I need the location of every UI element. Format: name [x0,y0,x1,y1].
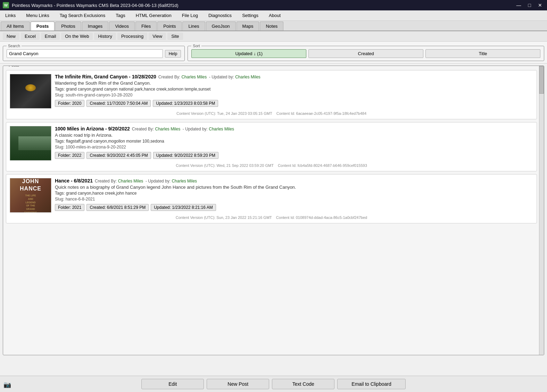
post-2-folder: Folder: 2022 [55,152,84,159]
post-thumbnail-3: BRADMURPHY JOHNHANCE THE LIFEANDLEGENDOF… [10,178,51,213]
menu-html-generation[interactable]: HTML Generation [131,11,177,20]
menu-about[interactable]: About [264,11,286,20]
post-2-created: Created: 9/20/2022 4:45:05 PM [86,152,151,159]
tab-photos[interactable]: Photos [55,22,81,31]
search-legend: Search [7,44,22,48]
post-3-folder: Folder: 2021 [55,204,84,211]
sort-title-button[interactable]: Title [425,49,540,58]
app-logo: W [3,2,9,8]
title-bar-title: Pointless Waymarks - Pointless Waymarks … [12,3,179,8]
maximize-button[interactable]: □ [526,2,533,9]
post-2-version: Content Version (UTC): Wed, 21 Sep 2022 … [10,163,533,168]
post-1-updated: Updated: 1/23/2023 8:03:58 PM [153,100,218,107]
tab-points[interactable]: Points [157,22,182,31]
post-2-updated-by: Charles Miles [209,127,234,131]
post-card-1[interactable]: The Infinite Rim, Grand Canyon - 10/28/2… [6,70,537,119]
sort-updated-button[interactable]: Updated ↓ (1) [191,49,306,58]
post-2-description: A classic road trip in Arizona. [55,133,533,138]
post-3-created: Created: 6/8/2021 8:51:29 PM [86,204,149,211]
post-3-version: Content Version (UTC): Sun, 23 Jan 2022 … [10,215,533,220]
post-1-tags: Tags: grand canyon,grand canyon national… [55,87,533,92]
post-1-folder: Folder: 2020 [55,100,84,107]
menu-tag-search-exclusions[interactable]: Tag Search Exclusions [55,11,111,20]
toolbar-view[interactable]: View [149,33,166,40]
toolbar-on-the-web[interactable]: On the Web [61,33,93,40]
toolbar-new[interactable]: New [3,33,19,40]
menu-bar: Links Menu Links Tag Search Exclusions T… [0,10,547,21]
post-2-updated: Updated: 9/20/2022 8:59:20 PM [153,152,218,159]
post-1-authors: Created By: Charles Miles - Updated by: … [158,75,260,79]
post-3-updated: Updated: 1/23/2022 8:21:16 AM [151,204,216,211]
sort-fieldset: Sort Updated ↓ (1) Created Title [188,44,544,61]
tab-lines[interactable]: Lines [182,22,205,31]
search-input[interactable] [7,49,163,58]
text-code-button[interactable]: Text Code [272,379,334,389]
post-3-created-by: Charles Miles [118,179,143,184]
tab-maps[interactable]: Maps [237,22,259,31]
post-thumbnail-1 [10,74,51,109]
menu-settings[interactable]: Settings [237,11,264,20]
post-1-description: Wandering the South Rim of the Grand Can… [55,80,533,86]
new-post-button[interactable]: New Post [207,379,269,389]
scrollbar-thumb[interactable] [539,66,544,94]
camera-icon: 📷 [3,381,11,389]
post-1-slug: Slug: south-rim-grand-canyon-10-28-2020 [55,93,533,97]
edit-button[interactable]: Edit [141,379,204,389]
toolbar-history[interactable]: History [94,33,116,40]
tab-all-items[interactable]: All Items [1,22,30,31]
sort-legend: Sort [191,44,201,48]
tab-notes[interactable]: Notes [260,22,283,31]
post-3-slug: Slug: hance-6-8-2021 [55,197,533,202]
menu-links[interactable]: Links [0,11,21,20]
post-1-updated-by: Charles Miles [235,75,260,79]
post-card-2[interactable]: 1000 Miles in Arizona - 9/20/2022 Create… [6,122,537,171]
post-card-3[interactable]: BRADMURPHY JOHNHANCE THE LIFEANDLEGENDOF… [6,174,537,223]
post-2-slug: Slug: 1000-miles-in-arizona-9-20-2022 [55,145,533,150]
tab-videos[interactable]: Videos [109,22,135,31]
posts-container: Posts The Infinite Rim, Grand Canyon - 1… [3,66,544,355]
scrollbar-track[interactable] [539,66,544,355]
search-fieldset: Search Help [3,44,185,61]
email-clipboard-button[interactable]: Email to Clipboard [337,379,405,389]
menu-diagnostics[interactable]: Diagnostics [203,11,237,20]
post-1-created: Created: 11/7/2020 7:50:04 AM [86,100,151,107]
posts-legend: Posts [7,66,21,68]
toolbar-email[interactable]: Email [41,33,60,40]
title-bar: W Pointless Waymarks - Pointless Waymark… [0,0,547,10]
help-button[interactable]: Help [165,50,181,58]
post-1-created-by: Charles Miles [181,75,207,79]
toolbar-row: New Excel Email On the Web History Proce… [0,31,547,42]
post-3-tags: Tags: grand canyon,hance creek,john hanc… [55,191,533,196]
minimize-button[interactable]: — [514,2,523,9]
post-3-title: Hance - 6/8/2021 [55,178,93,184]
toolbar-excel[interactable]: Excel [21,33,40,40]
post-thumbnail-2 [10,126,51,161]
action-bar: Edit New Post Text Code Email to Clipboa… [0,376,547,392]
close-button[interactable]: ✕ [536,2,544,9]
sort-created-button[interactable]: Created [308,49,423,58]
tab-geojson[interactable]: GeoJson [206,22,236,31]
post-2-created-by: Charles Miles [155,127,181,131]
post-2-title: 1000 Miles in Arizona - 9/20/2022 [55,126,130,131]
toolbar-site[interactable]: Site [167,33,183,40]
post-3-authors: Created By: Charles Miles - Updated by: … [95,179,197,184]
toolbar-processing[interactable]: Processing [117,33,147,40]
tab-images[interactable]: Images [82,22,109,31]
post-2-tags: Tags: flagstaff,grand canyon,mogollon mo… [55,139,533,144]
menu-tags[interactable]: Tags [110,11,130,20]
menu-file-log[interactable]: File Log [177,11,203,20]
tab-row-1: All Items Posts Photos Images Videos Fil… [0,21,547,31]
menu-menu-links[interactable]: Menu Links [21,11,54,20]
post-3-description: Quick notes on a biography of Grand Cany… [55,185,533,190]
post-2-authors: Created By: Charles Miles - Updated by: … [132,127,234,131]
tab-posts[interactable]: Posts [31,22,55,31]
search-sort-area: Search Help Sort Updated ↓ (1) Created T… [0,42,547,63]
tab-files[interactable]: Files [135,22,157,31]
post-3-updated-by: Charles Miles [172,179,197,184]
post-1-title: The Infinite Rim, Grand Canyon - 10/28/2… [55,74,156,79]
post-1-version: Content Version (UTC): Tue, 24 Jan 2023 … [10,111,533,116]
